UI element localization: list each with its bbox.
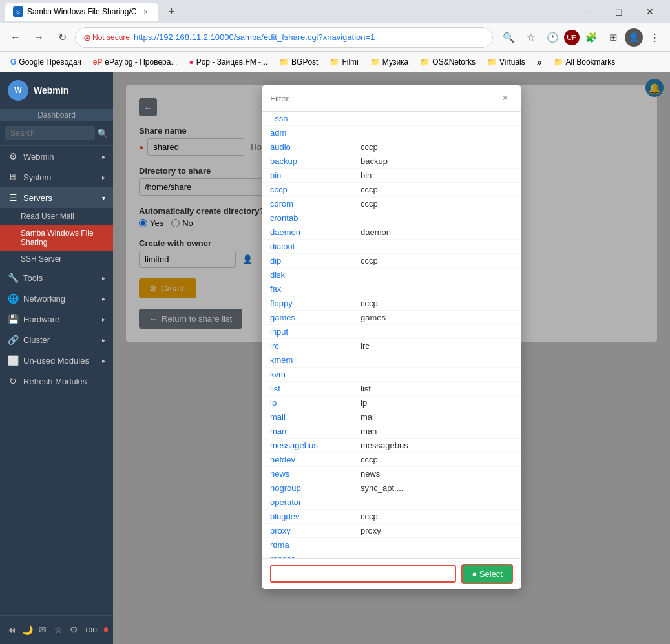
modal-list-item[interactable]: backupbackup	[262, 154, 521, 169]
sidebar-search: 🔍	[0, 121, 113, 146]
chevron-icon: ▸	[102, 275, 105, 282]
search-input[interactable]	[5, 126, 95, 140]
chevron-icon: ▸	[102, 174, 105, 181]
sidebar-item-tools[interactable]: 🔧 Tools ▸	[0, 267, 113, 288]
sidebar-item-system[interactable]: 🖥 System ▸	[0, 167, 113, 187]
modal-list-item[interactable]: floppycccp	[262, 296, 521, 311]
modal-selected-input[interactable]: test	[270, 565, 456, 583]
modal-row-name: _ssh	[270, 114, 361, 123]
modal-list-item[interactable]: disk	[262, 268, 521, 282]
footer-mail-btn[interactable]: ✉	[36, 621, 49, 639]
restore-btn[interactable]: ◻	[604, 2, 634, 21]
menu-btn[interactable]: ⋮	[644, 27, 665, 48]
forward-nav-btn[interactable]: →	[28, 27, 49, 48]
chevron-icon: ▸	[102, 357, 105, 364]
bookmark-bgpost[interactable]: 📁 BGPost	[274, 55, 323, 69]
modal-list-item[interactable]: binbin	[262, 169, 521, 183]
sidebar: W Webmin Dashboard 🔍 ⚙ Webmin ▸ 🖥 System…	[0, 72, 113, 644]
new-tab-btn[interactable]: +	[162, 3, 180, 21]
modal-list-item[interactable]: kmem	[262, 353, 521, 368]
sidebar-item-read-user-mail[interactable]: Read User Mail	[0, 208, 113, 225]
modal-list-item[interactable]: _ssh	[262, 112, 521, 126]
modal-list-item[interactable]: operator	[262, 495, 521, 510]
sidebar-item-unused-modules[interactable]: ⬜ Un-used Modules ▸	[0, 350, 113, 371]
close-btn[interactable]: ✕	[635, 2, 665, 21]
modal-list-item[interactable]: messagebusmessagebus	[262, 439, 521, 453]
sidebar-item-ssh-server[interactable]: SSH Server	[0, 251, 113, 267]
bookmark-google[interactable]: G Google Преводач	[5, 55, 87, 69]
modal-list-item[interactable]: cdromcccp	[262, 197, 521, 211]
modal-list-item[interactable]: adm	[262, 126, 521, 140]
sidebar-item-webmin[interactable]: ⚙ Webmin ▸	[0, 146, 113, 167]
profile-btn[interactable]: 👤	[625, 28, 643, 47]
sidebar-item-cluster[interactable]: 🔗 Cluster ▸	[0, 329, 113, 350]
modal-list-item[interactable]: proxyproxy	[262, 524, 521, 538]
modal-list-item[interactable]: lplp	[262, 396, 521, 410]
dashboard-tab[interactable]: Dashboard	[0, 109, 113, 121]
minimize-btn[interactable]: ─	[573, 2, 603, 21]
sidebar-item-samba[interactable]: Samba Windows File Sharing	[0, 225, 113, 251]
modal-list-item[interactable]: kvm	[262, 368, 521, 382]
sidebar-item-servers[interactable]: ☰ Servers ▾	[0, 187, 113, 208]
chevron-icon: ▾	[102, 194, 105, 202]
modal-list-item[interactable]: rdma	[262, 538, 521, 552]
modal-list-item[interactable]: mailmail	[262, 410, 521, 424]
bookmark-filmi[interactable]: 📁 Filmi	[324, 55, 363, 69]
modal-list-item[interactable]: crontab	[262, 211, 521, 225]
modal-row-name: input	[270, 327, 361, 337]
unused-modules-icon: ⬜	[8, 355, 18, 366]
modal-close-btn[interactable]: ×	[497, 90, 513, 106]
modal-list-item[interactable]: cccpcccp	[262, 183, 521, 197]
modal-row-value: games	[361, 313, 386, 322]
modal-list-item[interactable]: listlist	[262, 382, 521, 396]
filmi-icon: 📁	[330, 57, 339, 67]
address-bar[interactable]: ⊗ Not secure https://192.168.11.2:10000/…	[75, 27, 493, 48]
sidebar-item-refresh-modules[interactable]: ↻ Refresh Modules	[0, 371, 113, 391]
modal-list-item[interactable]: audiocccp	[262, 140, 521, 154]
bookmark-epay[interactable]: eP ePay.bg - Провера...	[88, 55, 183, 69]
modal-list-item[interactable]: fax	[262, 282, 521, 296]
bookmark-star-btn[interactable]: ☆	[520, 27, 541, 48]
search-icon-btn[interactable]: 🔍	[498, 27, 519, 48]
tab-close-btn[interactable]: ×	[140, 6, 151, 17]
modal-list-item[interactable]: daemondaemon	[262, 225, 521, 240]
modal-list-item[interactable]: newsnews	[262, 467, 521, 481]
networking-icon: 🌐	[8, 293, 18, 304]
modal-filter-input[interactable]	[270, 94, 497, 103]
modal-list-item[interactable]: nogroupsync_apt ...	[262, 481, 521, 495]
modal-list-item[interactable]: render	[262, 552, 521, 558]
modal-row-name: operator	[270, 497, 361, 507]
bookmark-pop[interactable]: ● Pop - Зайцев.FM -...	[183, 55, 273, 69]
adblock-btn[interactable]: UP	[564, 30, 580, 45]
modal-list-item[interactable]: dipcccp	[262, 254, 521, 268]
sidebar-item-networking[interactable]: 🌐 Networking ▸	[0, 288, 113, 309]
history-btn[interactable]: 🕐	[542, 27, 563, 48]
extensions-btn[interactable]: 🧩	[581, 27, 602, 48]
bookmark-virtuals[interactable]: 📁 Virtuals	[482, 55, 530, 69]
back-nav-btn[interactable]: ←	[5, 27, 26, 48]
bookmark-chevron[interactable]: »	[532, 54, 547, 70]
modal-list-item[interactable]: plugdevcccp	[262, 510, 521, 524]
footer-star-btn[interactable]: ☆	[52, 621, 65, 639]
modal-list-item[interactable]: manman	[262, 424, 521, 439]
modal-row-value: cccp	[361, 185, 378, 194]
sidebar-item-hardware[interactable]: 💾 Hardware ▸	[0, 309, 113, 329]
modal-row-name: plugdev	[270, 512, 361, 521]
grid-btn[interactable]: ⊞	[603, 27, 623, 48]
modal-list-item[interactable]: netdevcccp	[262, 453, 521, 467]
reload-btn[interactable]: ↻	[52, 27, 72, 48]
browser-tab[interactable]: S Samba Windows File Sharing/C ×	[5, 3, 158, 21]
modal-select-button[interactable]: ● Select	[461, 564, 513, 584]
modal-row-name: irc	[270, 341, 361, 351]
bookmark-all[interactable]: 📁 All Bookmarks	[549, 55, 621, 69]
footer-home-btn[interactable]: ⏮	[5, 621, 18, 639]
modal-list-item[interactable]: ircirc	[262, 339, 521, 353]
footer-night-btn[interactable]: 🌙	[21, 621, 34, 639]
bookmark-muzika[interactable]: 📁 Музика	[365, 55, 414, 69]
modal-list-item[interactable]: dialout	[262, 240, 521, 254]
modal-row-name: cccp	[270, 185, 361, 194]
modal-list-item[interactable]: input	[262, 325, 521, 339]
footer-gear-btn[interactable]: ⚙	[67, 621, 80, 639]
modal-list-item[interactable]: gamesgames	[262, 311, 521, 325]
bookmark-osnetorks[interactable]: 📁 OS&Netorks	[415, 55, 481, 69]
